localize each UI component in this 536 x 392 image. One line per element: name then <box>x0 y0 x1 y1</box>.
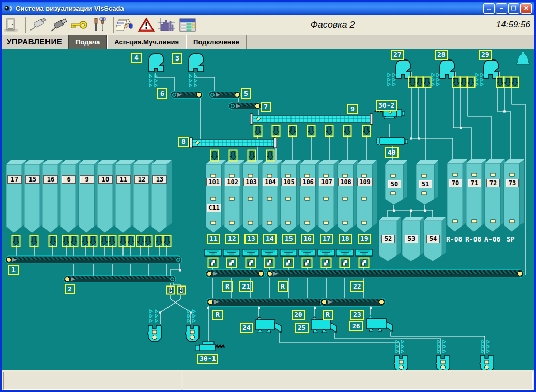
silo-plate[interactable]: 109 <box>357 178 373 186</box>
control-label: УПРАВЛЕНИЕ <box>2 35 68 49</box>
mimic-graphics <box>2 49 534 370</box>
sifter-40[interactable] <box>376 137 408 145</box>
silo-plate[interactable]: 105 <box>281 178 297 186</box>
diverter-gate-icon[interactable] <box>178 287 186 294</box>
exit-button[interactable] <box>2 16 22 34</box>
title-bar: Система визуализации VisScada ↔ – ❒ ✕ <box>2 2 534 15</box>
minimize-button[interactable]: – <box>496 3 507 14</box>
silo-plate[interactable]: 102 <box>225 178 240 186</box>
silo-plate[interactable]: 12 <box>134 175 149 184</box>
tag-16: 16 <box>301 234 314 244</box>
silo-plate-c11[interactable]: C11 <box>207 204 221 212</box>
packing-silo-name: SP <box>507 236 515 243</box>
tag-28: 28 <box>435 50 448 60</box>
silo-plate[interactable]: 73 <box>506 179 519 187</box>
belt-conveyor-6[interactable] <box>171 91 203 98</box>
tag-20: 20 <box>292 310 305 320</box>
tag-22: 22 <box>350 281 364 292</box>
bin-plate[interactable]: 51 <box>419 180 432 188</box>
feeders-row[interactable] <box>205 249 372 256</box>
tag-18: 18 <box>339 234 352 244</box>
vibrator-icon <box>388 73 395 86</box>
tab-connection[interactable]: Подключение <box>186 35 247 49</box>
silo-plate[interactable]: 11 <box>116 175 131 184</box>
bagging-head-icon[interactable] <box>147 325 161 341</box>
close-button[interactable]: ✕ <box>520 3 532 14</box>
diverter-gate-icon[interactable] <box>167 287 175 294</box>
silo-plate[interactable]: 104 <box>263 178 278 186</box>
filter-3-icon[interactable] <box>189 54 203 72</box>
silo-plate[interactable]: 70 <box>449 179 462 187</box>
silo-plate[interactable]: 108 <box>338 178 354 186</box>
silo-plate[interactable]: 106 <box>300 178 316 186</box>
belt-conveyor-5[interactable] <box>209 91 241 98</box>
tag-4: 4 <box>131 53 142 63</box>
silo-plate[interactable]: 71 <box>468 179 481 187</box>
silo-plate[interactable]: 101 <box>206 178 222 186</box>
belt-conveyor-1[interactable] <box>5 256 182 264</box>
packer-24-icon[interactable] <box>256 317 281 333</box>
belt-conveyor-2[interactable] <box>64 276 176 283</box>
silo-plate[interactable]: 72 <box>486 179 500 187</box>
tag-15: 15 <box>282 234 296 244</box>
belt-conveyor-7[interactable] <box>229 102 261 110</box>
maximize-button[interactable]: ❒ <box>508 3 519 14</box>
tag-9: 9 <box>347 104 358 114</box>
silo-plate[interactable]: 107 <box>319 178 334 186</box>
values-table-button[interactable] <box>177 16 198 34</box>
silo-plate[interactable]: 6 <box>62 175 76 184</box>
bagging-head-icon[interactable] <box>480 355 494 370</box>
silo-plate[interactable]: 10 <box>98 175 113 184</box>
tag-23: 23 <box>350 310 364 320</box>
silo-bank-left[interactable] <box>6 160 172 233</box>
bagging-head-icon[interactable] <box>185 325 199 341</box>
settings-button[interactable] <box>89 16 110 34</box>
screw-feeder-30-2[interactable] <box>375 110 405 119</box>
vibrator-icon <box>432 73 439 86</box>
alarms-button[interactable] <box>136 16 157 34</box>
silo-plate[interactable]: 13 <box>152 175 167 184</box>
bin-plate[interactable]: 50 <box>388 180 401 188</box>
screw-conveyor-9[interactable] <box>250 114 373 124</box>
packing-silo-name: A-06 <box>484 236 500 243</box>
report-button[interactable] <box>115 16 136 34</box>
filter-4-icon[interactable] <box>149 54 163 72</box>
silo-plate[interactable]: 15 <box>25 175 40 184</box>
vibrator-icon <box>149 74 157 87</box>
filter-27-icon[interactable] <box>396 60 410 78</box>
bagging-head-icon[interactable] <box>394 355 408 370</box>
bin-plate[interactable]: 54 <box>426 235 440 243</box>
tab-aspiration[interactable]: Асп-ция.Муч.линия <box>107 35 186 49</box>
tag-r: R <box>278 281 288 292</box>
belt-conveyor-21[interactable] <box>206 270 265 278</box>
belt-conveyor-20[interactable] <box>207 298 326 306</box>
restore-button[interactable]: ↔ <box>483 3 495 14</box>
packer-26-icon[interactable] <box>367 316 392 331</box>
filter-29-icon[interactable] <box>484 60 498 78</box>
bin-plate[interactable]: 53 <box>405 235 418 243</box>
screw-conveyor-8[interactable] <box>190 138 277 148</box>
connect-button[interactable] <box>48 16 69 34</box>
vibrator-icon <box>438 340 446 353</box>
belt-conveyor-23[interactable] <box>320 298 385 306</box>
silo-plate[interactable]: 103 <box>243 178 259 186</box>
silo-plate[interactable]: 16 <box>43 175 58 184</box>
filter-28-icon[interactable] <box>440 60 454 78</box>
silo-plate[interactable]: 9 <box>80 175 94 184</box>
bagging-head-icon[interactable] <box>436 355 450 370</box>
mimic-canvas: 4 3 6 5 7 9 8 30-2 40 27 28 29 1 2 R 21 … <box>2 49 534 370</box>
rotary-valves-row[interactable] <box>208 258 369 268</box>
screw-feeder-30-1[interactable] <box>195 342 224 351</box>
alarm-bell-icon[interactable] <box>516 52 530 64</box>
tag-7: 7 <box>261 102 271 112</box>
tag-40: 40 <box>385 147 399 158</box>
access-key-button[interactable] <box>69 16 89 34</box>
silo-plate[interactable]: 17 <box>7 175 22 184</box>
disconnect-button[interactable] <box>27 16 48 34</box>
tab-podacha[interactable]: Подача <box>68 35 107 49</box>
bin-plate[interactable]: 52 <box>381 235 395 243</box>
screen-caption: Фасовка 2 <box>198 15 467 35</box>
trends-button[interactable] <box>157 16 177 34</box>
belt-conveyor-22[interactable] <box>266 270 524 278</box>
tag-19: 19 <box>358 234 371 244</box>
